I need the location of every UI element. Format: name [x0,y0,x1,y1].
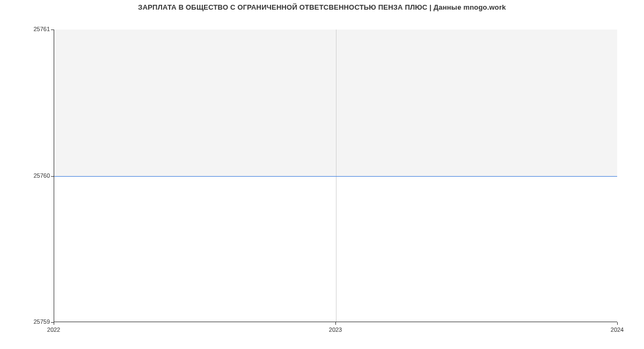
line-chart: ЗАРПЛАТА В ОБЩЕСТВО С ОГРАНИЧЕННОЙ ОТВЕТ… [0,0,644,349]
x-tick-label-2: 2024 [611,326,624,333]
x-tick-mark [54,322,54,325]
x-tick-mark [617,322,618,325]
y-tick-label-mid: 25760 [24,172,50,179]
y-tick-label-top: 25761 [24,26,50,32]
y-tick-mark [51,176,54,177]
y-tick-mark [51,30,54,30]
plot-area [54,30,617,322]
x-tick-label-0: 2022 [47,326,60,333]
x-tick-label-1: 2023 [329,326,342,333]
y-tick-label-bottom: 25759 [24,318,50,325]
chart-title: ЗАРПЛАТА В ОБЩЕСТВО С ОГРАНИЧЕННОЙ ОТВЕТ… [0,3,644,11]
x-tick-mark [335,322,336,325]
data-line [54,176,617,177]
